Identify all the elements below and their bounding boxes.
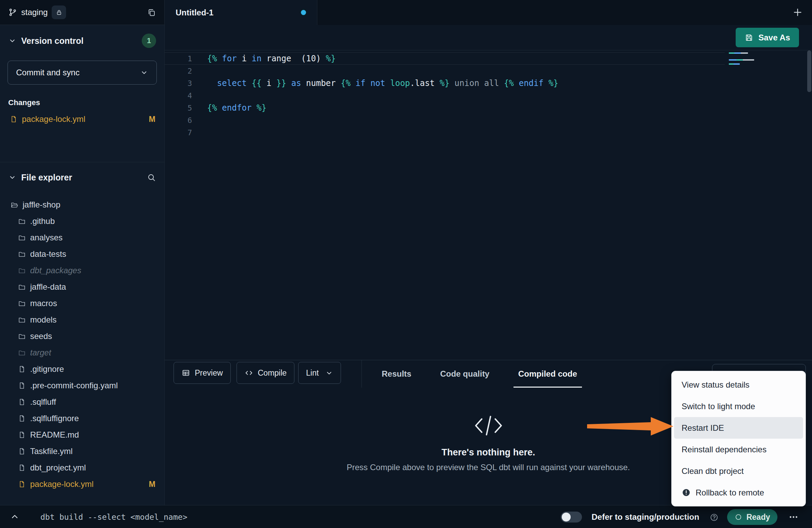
folder-icon bbox=[18, 234, 26, 242]
tree-item-analyses[interactable]: analyses bbox=[0, 229, 164, 246]
code-line-4: 4 bbox=[165, 89, 725, 102]
panel-tab-compiled-code[interactable]: Compiled code bbox=[513, 360, 582, 388]
new-tab-plus-icon[interactable] bbox=[792, 7, 803, 18]
line-number: 7 bbox=[165, 128, 199, 137]
tree-item-seeds[interactable]: seeds bbox=[0, 328, 164, 344]
save-as-button[interactable]: Save As bbox=[736, 28, 799, 47]
folder-icon bbox=[18, 250, 26, 258]
panel-tab-results[interactable]: Results bbox=[377, 360, 416, 388]
editor-tab-title: Untitled-1 bbox=[176, 8, 214, 17]
code-line-3: 3 select {{ i }} as number {% if not loo… bbox=[165, 77, 725, 89]
chevron-down-icon bbox=[8, 173, 16, 181]
chevron-down-icon[interactable] bbox=[325, 369, 333, 377]
defer-label: Defer to staging/production bbox=[592, 505, 699, 528]
table-icon bbox=[181, 368, 190, 377]
tree-item-github[interactable]: .github bbox=[0, 213, 164, 229]
tree-item-dbt-project-yml[interactable]: dbt_project.yml bbox=[0, 460, 164, 476]
folder-icon bbox=[18, 283, 26, 291]
menu-item-rollback-to-remote[interactable]: Rollback to remote bbox=[674, 482, 803, 503]
code-line-5: 5{% endfor %} bbox=[165, 102, 725, 114]
editor-toolbar: Save As bbox=[165, 25, 812, 50]
file-icon bbox=[18, 431, 26, 439]
editor-tab-untitled[interactable]: Untitled-1 bbox=[165, 0, 317, 25]
menu-item-reinstall-dependencies[interactable]: Reinstall dependencies bbox=[674, 439, 803, 460]
context-menu: View status detailsSwitch to light modeR… bbox=[671, 371, 806, 506]
sidebar: staging Version control 1 Commit and syn… bbox=[0, 0, 165, 505]
version-control-header[interactable]: Version control 1 bbox=[0, 30, 164, 52]
copy-icon[interactable] bbox=[147, 8, 156, 17]
file-icon bbox=[10, 115, 18, 123]
line-number: 4 bbox=[165, 91, 199, 100]
menu-item-restart-ide[interactable]: Restart IDE bbox=[674, 417, 803, 439]
toggle-knob bbox=[562, 513, 571, 521]
tree-item-sqlfluffignore[interactable]: .sqlfluffignore bbox=[0, 410, 164, 427]
tree-item-target[interactable]: target bbox=[0, 344, 164, 361]
folder-open-icon bbox=[10, 201, 18, 209]
more-options-button[interactable] bbox=[788, 512, 799, 523]
editor-tabbar: Untitled-1 bbox=[165, 0, 812, 25]
folder-icon bbox=[18, 316, 26, 324]
changed-file-package-lock-yml[interactable]: package-lock.ymlM bbox=[0, 112, 164, 126]
tree-item-dbt-packages[interactable]: dbt_packages bbox=[0, 262, 164, 279]
file-icon bbox=[18, 398, 26, 406]
version-control-title: Version control bbox=[21, 36, 84, 46]
unsaved-dot-icon bbox=[301, 10, 306, 15]
tree-item-readme-md[interactable]: README.md bbox=[0, 427, 164, 443]
folder-icon bbox=[18, 217, 26, 225]
tree-item-jaffle-data[interactable]: jaffle-data bbox=[0, 279, 164, 295]
preview-button[interactable]: Preview bbox=[174, 362, 231, 384]
minimap[interactable] bbox=[729, 52, 756, 65]
branch-bar[interactable]: staging bbox=[0, 0, 164, 25]
status-label: Ready bbox=[746, 513, 770, 522]
changes-list: package-lock.ymlM bbox=[0, 112, 164, 126]
file-icon bbox=[18, 447, 26, 455]
tree-item-data-tests[interactable]: data-tests bbox=[0, 246, 164, 262]
menu-item-view-status-details[interactable]: View status details bbox=[674, 374, 803, 395]
menu-item-switch-to-light-mode[interactable]: Switch to light mode bbox=[674, 395, 803, 417]
code-icon bbox=[244, 368, 253, 377]
tree-item-sqlfluff[interactable]: .sqlfluff bbox=[0, 394, 164, 410]
tree-item-jaffle-shop[interactable]: jaffle-shop bbox=[0, 197, 164, 213]
lint-label: Lint bbox=[306, 368, 319, 378]
tree-item-package-lock-yml[interactable]: package-lock.ymlM bbox=[0, 476, 164, 492]
tree-item-macros[interactable]: macros bbox=[0, 295, 164, 312]
line-number: 5 bbox=[165, 104, 199, 112]
line-number: 3 bbox=[165, 79, 199, 88]
panel-tab-code-quality[interactable]: Code quality bbox=[435, 360, 494, 388]
branch-lock-chip bbox=[52, 5, 66, 19]
code-line-6: 6 bbox=[165, 114, 725, 126]
file-icon bbox=[18, 381, 26, 390]
chevron-up-icon[interactable] bbox=[10, 512, 20, 522]
tree-item-gitignore[interactable]: .gitignore bbox=[0, 361, 164, 377]
status-circle-icon bbox=[734, 513, 743, 521]
tree-item-models[interactable]: models bbox=[0, 312, 164, 328]
folder-icon bbox=[18, 349, 26, 357]
chevron-down-icon[interactable] bbox=[140, 68, 148, 77]
folder-icon bbox=[18, 299, 26, 307]
help-icon[interactable] bbox=[710, 513, 719, 522]
file-icon bbox=[18, 480, 26, 488]
file-icon bbox=[18, 464, 26, 472]
code-line-1: 1{% for i in range (10) %} bbox=[165, 52, 725, 65]
editor-scrollbar[interactable] bbox=[807, 50, 811, 92]
file-icon bbox=[18, 414, 26, 423]
compile-label: Compile bbox=[258, 368, 287, 378]
chevron-down-icon bbox=[8, 37, 16, 45]
file-explorer-header[interactable]: File explorer bbox=[0, 167, 164, 188]
code-editor[interactable]: 1{% for i in range (10) %}23 select {{ i… bbox=[165, 50, 812, 360]
tree-item-pre-commit-config-yaml[interactable]: .pre-commit-config.yaml bbox=[0, 377, 164, 394]
lint-button[interactable]: Lint bbox=[298, 362, 341, 384]
menu-item-clean-dbt-project[interactable]: Clean dbt project bbox=[674, 460, 803, 482]
search-icon[interactable] bbox=[147, 173, 156, 182]
command-input[interactable]: dbt build --select <model_name> bbox=[40, 505, 187, 528]
status-badge[interactable]: Ready bbox=[727, 509, 777, 525]
commit-button-label: Commit and sync bbox=[16, 68, 79, 77]
compile-button[interactable]: Compile bbox=[237, 362, 294, 384]
lock-icon bbox=[55, 9, 63, 16]
preview-label: Preview bbox=[195, 368, 223, 378]
line-number: 6 bbox=[165, 116, 199, 125]
tree-item-taskfile-yml[interactable]: Taskfile.yml bbox=[0, 443, 164, 460]
git-branch-icon bbox=[8, 8, 17, 17]
commit-and-sync-button[interactable]: Commit and sync bbox=[8, 61, 157, 85]
defer-toggle[interactable] bbox=[561, 512, 582, 523]
